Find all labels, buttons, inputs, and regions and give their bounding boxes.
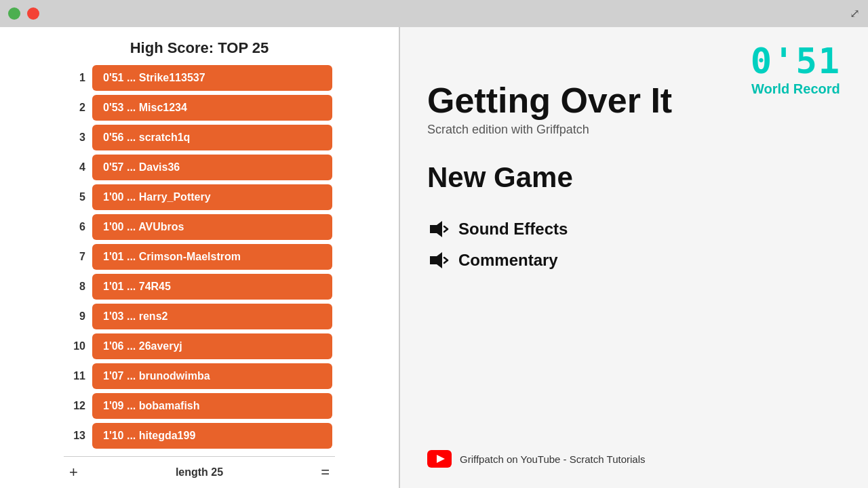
leaderboard-row: 20'53 ... Misc1234 — [64, 95, 332, 121]
svg-marker-3 — [430, 252, 442, 268]
leaderboard-rank: 8 — [64, 281, 85, 293]
leaderboard-rank: 11 — [64, 370, 85, 382]
leaderboard-rank: 4 — [64, 161, 85, 174]
leaderboard-row: 131'10 ... hitegda199 — [64, 423, 332, 449]
youtube-text: Griffpatch on YouTube - Scratch Tutorial… — [460, 453, 646, 465]
leaderboard-list[interactable]: 10'51 ... Strike11353720'53 ... Misc1234… — [64, 65, 335, 456]
leaderboard-entry-button[interactable]: 0'57 ... Davis36 — [92, 155, 332, 180]
sound-effects-option[interactable]: Sound Effects — [427, 218, 841, 240]
leaderboard-row: 71'01 ... Crimson-Maelstrom — [64, 244, 332, 270]
red-button[interactable] — [27, 7, 39, 20]
svg-line-2 — [444, 229, 448, 232]
leaderboard-row: 91'03 ... rens2 — [64, 304, 332, 329]
leaderboard-rank: 12 — [64, 400, 85, 412]
footer-plus-button[interactable]: + — [69, 464, 78, 481]
world-record-time: 0'51 — [751, 41, 841, 81]
commentary-label: Commentary — [458, 251, 558, 270]
leaderboard-entry-button[interactable]: 0'51 ... Strike113537 — [92, 65, 332, 91]
world-record-label: World Record — [751, 81, 841, 97]
leaderboard-rank: 13 — [64, 430, 85, 442]
leaderboard-entry-button[interactable]: 0'56 ... scratch1q — [92, 125, 332, 150]
leaderboard-row: 10'51 ... Strike113537 — [64, 65, 332, 91]
sound-effects-label: Sound Effects — [458, 220, 568, 239]
leaderboard-row: 101'06 ... 26averyj — [64, 333, 332, 359]
world-record-container: 0'51 World Record — [751, 41, 841, 97]
leaderboard-row: 40'57 ... Davis36 — [64, 155, 332, 180]
leaderboard-rank: 9 — [64, 310, 85, 323]
leaderboard-entry-button[interactable]: 1'10 ... hitegda199 — [92, 423, 332, 449]
commentary-icon — [427, 249, 449, 271]
leaderboard-rank: 5 — [64, 191, 85, 203]
leaderboard-row: 111'07 ... brunodwimba — [64, 363, 332, 389]
leaderboard-entry-button[interactable]: 1'06 ... 26averyj — [92, 333, 332, 359]
sound-options: Sound Effects Commentary — [427, 218, 841, 271]
commentary-option[interactable]: Commentary — [427, 249, 841, 271]
leaderboard-entry-button[interactable]: 0'53 ... Misc1234 — [92, 95, 332, 121]
leaderboard-rank: 3 — [64, 131, 85, 144]
leaderboard-row: 121'09 ... bobamafish — [64, 393, 332, 419]
leaderboard-container: High Score: TOP 25 10'51 ... Strike11353… — [64, 27, 335, 488]
leaderboard-rank: 7 — [64, 251, 85, 263]
leaderboard-entry-button[interactable]: 1'01 ... 74R45 — [92, 274, 332, 300]
leaderboard-entry-button[interactable]: 1'01 ... Crimson-Maelstrom — [92, 244, 332, 270]
leaderboard-entry-button[interactable]: 1'00 ... AVUbros — [92, 214, 332, 240]
leaderboard-row: 30'56 ... scratch1q — [64, 125, 332, 150]
leaderboard-entry-button[interactable]: 1'09 ... bobamafish — [92, 393, 332, 419]
svg-line-5 — [444, 260, 448, 263]
left-panel: High Score: TOP 25 10'51 ... Strike11353… — [0, 27, 400, 488]
leaderboard-row: 51'00 ... Harry_Pottery — [64, 184, 332, 210]
window-chrome: ⤢ — [0, 0, 868, 27]
leaderboard-entry-button[interactable]: 1'00 ... Harry_Pottery — [92, 184, 332, 210]
youtube-icon — [427, 450, 452, 468]
new-game-button[interactable]: New Game — [427, 161, 841, 194]
leaderboard-row: 81'01 ... 74R45 — [64, 274, 332, 300]
game-subtitle: Scratch edition with Griffpatch — [427, 123, 841, 137]
leaderboard-title: High Score: TOP 25 — [64, 27, 335, 65]
leaderboard-rank: 10 — [64, 340, 85, 352]
leaderboard-row: 61'00 ... AVUbros — [64, 214, 332, 240]
main-content: High Score: TOP 25 10'51 ... Strike11353… — [0, 27, 868, 488]
right-panel: 0'51 World Record Getting Over It Scratc… — [400, 27, 868, 488]
expand-icon[interactable]: ⤢ — [850, 6, 860, 21]
leaderboard-footer: + length 25 = — [64, 456, 335, 488]
svg-marker-0 — [430, 221, 442, 237]
sound-effects-icon — [427, 218, 449, 240]
youtube-link[interactable]: Griffpatch on YouTube - Scratch Tutorial… — [427, 450, 646, 468]
footer-length: length 25 — [176, 466, 223, 479]
leaderboard-entry-button[interactable]: 1'07 ... brunodwimba — [92, 363, 332, 389]
leaderboard-entry-button[interactable]: 1'03 ... rens2 — [92, 304, 332, 329]
green-button[interactable] — [8, 7, 20, 20]
leaderboard-rank: 2 — [64, 102, 85, 114]
leaderboard-rank: 1 — [64, 72, 85, 84]
leaderboard-rank: 6 — [64, 221, 85, 233]
footer-eq-button[interactable]: = — [321, 464, 330, 481]
